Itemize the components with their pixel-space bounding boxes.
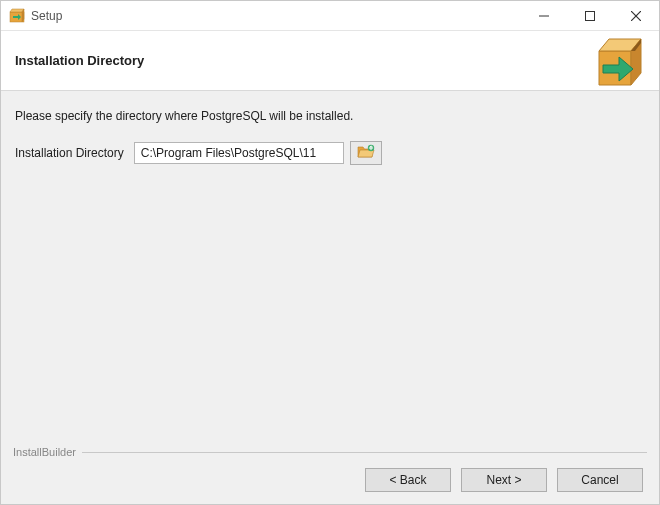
window-controls [521,1,659,30]
install-directory-input[interactable] [134,142,344,164]
window-title: Setup [31,9,62,23]
maximize-button[interactable] [567,1,613,31]
cancel-button[interactable]: Cancel [557,468,643,492]
app-icon [9,8,25,24]
branding-row: InstallBuilder [13,446,647,458]
branding-label: InstallBuilder [13,446,76,458]
browse-button[interactable] [350,141,382,165]
minimize-button[interactable] [521,1,567,31]
close-button[interactable] [613,1,659,31]
install-directory-label: Installation Directory [15,146,124,160]
page-title: Installation Directory [15,53,144,68]
svg-marker-1 [10,9,24,12]
install-directory-row: Installation Directory [15,141,645,165]
divider-line [82,452,647,453]
titlebar: Setup [1,1,659,31]
next-button[interactable]: Next > [461,468,547,492]
instruction-text: Please specify the directory where Postg… [15,109,645,123]
wizard-footer: InstallBuilder < Back Next > Cancel [1,446,659,504]
wizard-content: Please specify the directory where Postg… [1,91,659,446]
folder-open-icon [357,144,375,163]
installer-box-icon [593,33,649,89]
back-button[interactable]: < Back [365,468,451,492]
svg-rect-5 [586,12,595,21]
setup-window: Setup Installation Directory [0,0,660,505]
wizard-header: Installation Directory [1,31,659,91]
wizard-button-row: < Back Next > Cancel [13,468,647,492]
